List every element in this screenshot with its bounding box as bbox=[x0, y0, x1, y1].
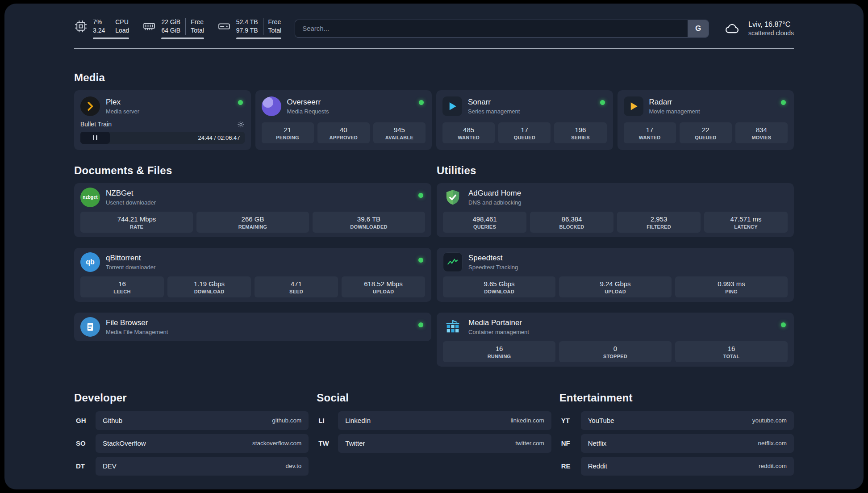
dashboard-container: 7% 3.24 CPU Load bbox=[74, 4, 794, 489]
app-name: AdGuard Home bbox=[468, 189, 522, 198]
app-card-speedtest[interactable]: Speedtest Speedtest Tracking 9.65 Gbps D… bbox=[437, 248, 794, 302]
stat-label: QUEUED bbox=[500, 135, 549, 140]
stat-label: BLOCKED bbox=[532, 224, 612, 230]
stat-value: 0.993 ms bbox=[677, 280, 786, 288]
app-card-filebrowser[interactable]: File Browser Media File Management bbox=[74, 313, 431, 341]
search-input[interactable] bbox=[295, 25, 688, 32]
player-progress-track[interactable]: 24:44 / 02:06:47 bbox=[80, 132, 245, 144]
now-playing-title: Bullet Train bbox=[80, 121, 112, 128]
bookmark-url: reddit.com bbox=[759, 463, 787, 469]
qbittorrent-icon: qb bbox=[80, 252, 100, 272]
app-name: Plex bbox=[106, 98, 139, 107]
bookmark-stackoverflow: SO StackOverflow stackoverflow.com bbox=[74, 434, 309, 453]
stat-label: LEECH bbox=[82, 289, 162, 294]
ram-usage-bar bbox=[161, 38, 204, 39]
stat-label: DOWNLOAD bbox=[445, 289, 554, 294]
plex-icon bbox=[80, 96, 100, 116]
section-title-utilities: Utilities bbox=[437, 164, 794, 177]
bookmark-url: dev.to bbox=[286, 463, 302, 469]
stat-value: 2,953 bbox=[619, 215, 699, 223]
app-card-portainer[interactable]: Media Portainer Container management 16 … bbox=[437, 313, 794, 367]
app-subtitle: Movie management bbox=[649, 108, 700, 115]
stat-value: 9.24 Gbps bbox=[561, 280, 670, 288]
bookmark-twitter: TW Twitter twitter.com bbox=[317, 434, 551, 453]
stat-box: 22 QUEUED bbox=[680, 122, 732, 143]
stat-box: 16 TOTAL bbox=[675, 341, 788, 362]
bookmark-name: Github bbox=[103, 417, 122, 424]
app-card-nzbget[interactable]: nzbget NZBGet Usenet downloader 744.21 M… bbox=[74, 183, 431, 237]
bookmark-name: LinkedIn bbox=[345, 417, 371, 424]
app-card-overseerr[interactable]: Overseerr Media Requests 21 PENDING 40 A… bbox=[255, 90, 432, 150]
bookmark-name: StackOverflow bbox=[103, 439, 146, 447]
stat-label: REMAINING bbox=[198, 224, 307, 230]
status-dot-online bbox=[418, 193, 423, 198]
divider bbox=[263, 18, 263, 35]
speedtest-icon bbox=[443, 252, 463, 272]
stat-label: WANTED bbox=[626, 135, 674, 140]
bookmark-abbr: LI bbox=[317, 417, 338, 424]
app-card-adguard[interactable]: AdGuard Home DNS and adblocking 498,461 … bbox=[437, 183, 794, 237]
stat-value: 47.571 ms bbox=[706, 215, 786, 223]
stat-value: 744.21 Mbps bbox=[82, 215, 191, 223]
bookmarks-area: Developer GH Github github.com SO StackO… bbox=[74, 392, 794, 489]
bookmark-link-reddit[interactable]: Reddit reddit.com bbox=[581, 457, 794, 476]
app-name: Radarr bbox=[649, 98, 700, 107]
app-subtitle: Container management bbox=[468, 329, 529, 335]
stat-value: 471 bbox=[256, 280, 336, 288]
playback-time: 24:44 / 02:06:47 bbox=[198, 134, 245, 141]
media-grid: Plex Media server Bullet Train bbox=[74, 90, 794, 150]
bookmark-url: twitter.com bbox=[515, 440, 544, 447]
stat-value: 21 bbox=[263, 126, 312, 134]
bookmark-link-github[interactable]: Github github.com bbox=[96, 411, 309, 430]
bookmark-link-netflix[interactable]: Netflix netflix.com bbox=[581, 434, 794, 453]
stat-box: 40 APPROVED bbox=[317, 122, 370, 143]
bookmark-github: GH Github github.com bbox=[74, 411, 309, 430]
stat-box: 0 STOPPED bbox=[559, 341, 672, 362]
bookmark-link-stackoverflow[interactable]: StackOverflow stackoverflow.com bbox=[96, 434, 309, 453]
bookmark-link-linkedin[interactable]: LinkedIn linkedin.com bbox=[338, 411, 551, 430]
stat-value: 945 bbox=[375, 126, 424, 134]
bookmark-link-twitter[interactable]: Twitter twitter.com bbox=[338, 434, 551, 453]
stat-value: 22 bbox=[681, 126, 730, 134]
ram-icon bbox=[142, 20, 156, 33]
stat-box: 16 RUNNING bbox=[443, 341, 555, 362]
bookmark-link-youtube[interactable]: YouTube youtube.com bbox=[581, 411, 794, 430]
app-name: qBittorrent bbox=[106, 254, 155, 263]
stat-box: 498,461 QUERIES bbox=[443, 212, 526, 233]
middle-columns: Documents & Files nzbget NZBGet Usenet d… bbox=[74, 164, 794, 367]
stat-label: PING bbox=[677, 289, 786, 294]
bookmark-url: github.com bbox=[272, 417, 301, 424]
stat-label: UPLOAD bbox=[343, 289, 423, 294]
disk-icon bbox=[217, 20, 231, 33]
app-card-radarr[interactable]: Radarr Movie management 17 WANTED 22 QUE… bbox=[618, 90, 794, 150]
stat-box: 2,953 FILTERED bbox=[617, 212, 701, 233]
app-card-qbittorrent[interactable]: qb qBittorrent Torrent downloader 16 bbox=[74, 248, 431, 302]
divider bbox=[185, 18, 186, 35]
bookmark-name: YouTube bbox=[588, 417, 614, 424]
section-title-social: Social bbox=[317, 392, 551, 404]
bookmark-netflix: NF Netflix netflix.com bbox=[559, 434, 794, 453]
app-subtitle: Media Requests bbox=[287, 108, 329, 115]
cpu-load-label: Load bbox=[115, 26, 129, 35]
bookmark-linkedin: LI LinkedIn linkedin.com bbox=[317, 411, 551, 430]
cpu-label: CPU bbox=[115, 18, 129, 26]
sonarr-icon bbox=[442, 96, 462, 116]
app-card-sonarr[interactable]: Sonarr Series management 485 WANTED 17 Q… bbox=[436, 90, 613, 150]
bookmark-name: Twitter bbox=[345, 439, 365, 447]
settings-gear-icon[interactable] bbox=[237, 121, 245, 128]
pause-button[interactable] bbox=[80, 132, 110, 144]
stat-label: RATE bbox=[82, 224, 191, 230]
app-name: NZBGet bbox=[106, 189, 156, 198]
overseerr-icon bbox=[262, 96, 281, 116]
stat-value: 86,384 bbox=[532, 215, 612, 223]
bookmark-link-dev[interactable]: DEV dev.to bbox=[96, 457, 309, 476]
stat-box: 17 WANTED bbox=[624, 122, 676, 143]
stat-label: QUEUED bbox=[681, 135, 730, 140]
stat-box: 21 PENDING bbox=[262, 122, 314, 143]
stat-box: 196 SERIES bbox=[554, 122, 606, 143]
stat-label: PENDING bbox=[263, 135, 312, 140]
topbar: 7% 3.24 CPU Load bbox=[74, 18, 794, 39]
app-card-plex[interactable]: Plex Media server Bullet Train bbox=[74, 90, 251, 150]
search-engine-button[interactable]: G bbox=[688, 20, 708, 37]
stat-label: FILTERED bbox=[619, 224, 699, 230]
